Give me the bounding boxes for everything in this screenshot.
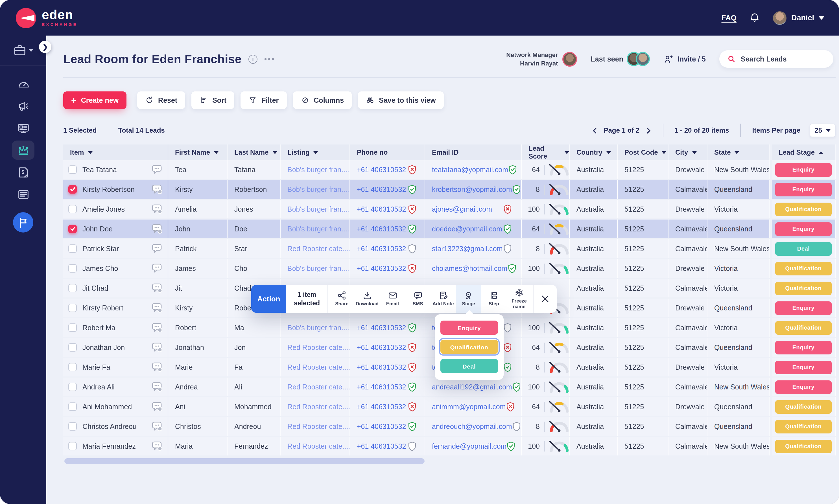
row-checkbox[interactable] [68, 165, 77, 174]
create-new-button[interactable]: + Create new [63, 91, 126, 109]
chat-bubble-icon[interactable] [152, 442, 163, 451]
info-icon[interactable]: i [248, 54, 257, 64]
action-freeze-name[interactable]: Freeze name [506, 285, 532, 313]
email-cell[interactable]: andreouch@yopmail.com [425, 417, 522, 436]
stage-badge[interactable]: Enquiry [775, 183, 832, 196]
phone-cell[interactable]: +61 406310532 [350, 378, 425, 396]
email-cell[interactable]: chojames@hotmail.com [425, 259, 522, 278]
email-cell[interactable]: star13223@gmail.com [425, 239, 522, 258]
phone-cell[interactable]: +61 406310532 [350, 160, 425, 179]
listing-cell[interactable]: Red Rooster cate.... [281, 338, 350, 357]
row-checkbox[interactable] [68, 304, 77, 312]
chat-bubble-icon[interactable] [152, 323, 163, 332]
chat-bubble-icon[interactable] [152, 421, 163, 431]
row-checkbox[interactable] [68, 442, 77, 450]
table-row[interactable]: John Doe JohnDoeBob's burger fran....+61… [63, 219, 836, 238]
stage-badge[interactable]: Enquiry [775, 163, 832, 176]
columns-button[interactable]: Columns [293, 91, 352, 109]
row-checkbox[interactable] [68, 245, 77, 253]
listing-cell[interactable]: Red Rooster cate.... [281, 417, 350, 436]
column-header-phone-no[interactable]: Phone no [350, 144, 425, 160]
chat-bubble-icon[interactable] [152, 165, 163, 175]
row-checkbox[interactable] [68, 422, 77, 431]
search-input[interactable] [741, 55, 825, 63]
stage-badge[interactable]: Enquiry [775, 380, 832, 394]
action-step[interactable]: Step [481, 285, 507, 313]
stage-option-enquiry[interactable]: Enquiry [441, 321, 498, 335]
listing-cell[interactable]: Red Rooster cate.... [281, 378, 350, 396]
row-checkbox[interactable] [68, 383, 77, 391]
column-header-lead-stage[interactable]: Lead Stage [772, 144, 836, 160]
per-page-select[interactable]: 25 [809, 124, 836, 137]
stage-badge[interactable]: Enquiry [775, 222, 832, 236]
sidebar-item-news[interactable] [12, 184, 34, 204]
table-row[interactable]: James Cho JamesChoBob's burger fran....+… [63, 259, 836, 278]
action-download[interactable]: Download [355, 285, 380, 313]
stage-option-qualification[interactable]: Qualification [441, 340, 498, 354]
stage-badge[interactable]: Enquiry [775, 360, 832, 374]
action-add-note[interactable]: Add Note [430, 285, 456, 313]
stage-option-deal[interactable]: Deal [441, 359, 498, 373]
table-row[interactable]: Kirsty Robertson KirstyRobertsonBob's bu… [63, 180, 836, 199]
listing-cell[interactable]: Red Rooster cate.... [281, 239, 350, 258]
phone-cell[interactable]: +61 406310532 [350, 397, 425, 416]
column-header-lead-score[interactable]: Lead Score [522, 144, 570, 160]
filter-button[interactable]: Filter [240, 91, 287, 109]
listing-cell[interactable]: Bob's burger fran.... [281, 200, 350, 218]
table-row[interactable]: Christos Andreou ChristosAndreouRed Roos… [63, 417, 836, 436]
action-sms[interactable]: SMS [405, 285, 430, 313]
column-header-state[interactable]: State [708, 144, 770, 160]
stage-badge[interactable]: Qualification [775, 202, 832, 216]
row-checkbox[interactable] [68, 224, 77, 233]
action-share[interactable]: Share [329, 285, 355, 313]
phone-cell[interactable]: +61 406310532 [350, 358, 425, 376]
stage-badge[interactable]: Qualification [775, 439, 832, 453]
sidebar-item-leads-crown[interactable] [12, 141, 34, 160]
chat-bubble-icon[interactable] [152, 362, 163, 372]
chat-bubble-icon[interactable] [152, 283, 163, 293]
row-checkbox[interactable] [68, 185, 77, 194]
table-row[interactable]: Amelie Jones AmeliaJonesBob's burger fra… [63, 200, 836, 218]
row-checkbox[interactable] [68, 323, 77, 332]
column-header-city[interactable]: City [668, 144, 708, 160]
listing-cell[interactable]: Red Rooster cate.... [281, 358, 350, 376]
phone-cell[interactable]: +61 406310532 [350, 200, 425, 218]
invite-button[interactable]: Invite / 5 [663, 54, 706, 64]
email-cell[interactable]: doedoe@yopmail.com [425, 219, 522, 238]
stage-badge[interactable]: Deal [775, 242, 832, 255]
row-checkbox[interactable] [68, 402, 77, 411]
table-row[interactable]: Patrick Star PatrickStarRed Rooster cate… [63, 239, 836, 258]
user-menu[interactable]: Daniel [773, 11, 824, 24]
chat-bubble-icon[interactable] [152, 264, 163, 273]
stage-badge[interactable]: Qualification [775, 262, 832, 275]
row-checkbox[interactable] [68, 264, 77, 273]
stage-badge[interactable]: Qualification [775, 420, 832, 433]
phone-cell[interactable]: +61 406310532 [350, 417, 425, 436]
column-header-item[interactable]: Item [63, 144, 168, 160]
listing-cell[interactable]: Bob's burger fran.... [281, 318, 350, 337]
table-row[interactable]: Tea Tatana TeaTatanaBob's burger fran...… [63, 160, 836, 179]
chat-bubble-icon[interactable] [152, 382, 163, 392]
save-to-this-view-button[interactable]: Save to this view [358, 91, 444, 109]
action-stage[interactable]: Stage [456, 285, 481, 313]
email-cell[interactable]: andreaali192@gmail.com [425, 378, 522, 396]
chat-bubble-icon[interactable] [152, 204, 163, 214]
faq-link[interactable]: FAQ [721, 14, 736, 22]
phone-cell[interactable]: +61 406310532 [350, 239, 425, 258]
email-cell[interactable]: krobertson@yopmail.com [425, 180, 522, 199]
row-checkbox[interactable] [68, 343, 77, 352]
email-cell[interactable]: ajones@gmail.com [425, 200, 522, 218]
search-box[interactable] [719, 50, 833, 68]
sort-button[interactable]: Sort [191, 91, 234, 109]
prev-page-icon[interactable] [592, 127, 598, 133]
listing-cell[interactable]: Bob's burger fran.... [281, 219, 350, 238]
column-header-email-id[interactable]: Email ID [425, 144, 522, 160]
listing-cell[interactable]: Bob's burger fran.... [281, 160, 350, 179]
sidebar-item-megaphone[interactable] [12, 96, 34, 116]
sidebar-item-invoice-document[interactable]: $ [12, 163, 34, 182]
phone-cell[interactable]: +61 406310532 [350, 318, 425, 337]
sidebar-item-flag[interactable] [13, 212, 33, 233]
column-header-first-name[interactable]: First Name [168, 144, 228, 160]
phone-cell[interactable]: +61 406310532 [350, 437, 425, 455]
next-page-icon[interactable] [645, 127, 651, 133]
